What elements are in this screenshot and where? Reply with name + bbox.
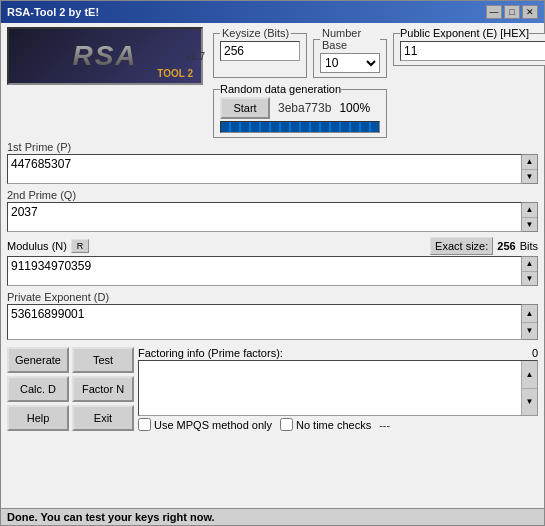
bits-value: 256 — [497, 240, 515, 252]
modulus-scroll-down[interactable]: ▼ — [522, 272, 537, 286]
mpqs-checkbox[interactable] — [138, 418, 151, 431]
private-exp-label: Private Exponent (D) — [7, 291, 538, 303]
logo-rsa-text: RSA — [72, 40, 137, 72]
prime-q-field: 2nd Prime (Q) ▲ ▼ — [7, 189, 538, 232]
modulus-textarea[interactable] — [7, 256, 522, 286]
main-content: RSA TOOL 2 v1.7 Keysize (Bits) Number Ba… — [1, 23, 544, 508]
prime-p-textarea[interactable] — [7, 154, 522, 184]
prime-p-scroll: ▲ ▼ — [522, 154, 538, 184]
modulus-field-container: ▲ ▼ — [7, 256, 538, 286]
random-gen-fieldset: Random data generation Start 3eba773b 10… — [213, 83, 387, 138]
exact-size-area: Exact size: 256 Bits — [430, 237, 538, 255]
no-time-label: No time checks — [296, 419, 371, 431]
close-button[interactable]: ✕ — [522, 5, 538, 19]
logo-tool2-text: TOOL 2 — [157, 68, 193, 79]
private-exp-label-text: Private Exponent (D) — [7, 291, 109, 303]
progress-bar-container — [220, 121, 380, 133]
action-row-1: Generate Test — [7, 347, 134, 373]
modulus-field: Modulus (N) R Exact size: 256 Bits ▲ ▼ — [7, 237, 538, 286]
factoring-scroll-down[interactable]: ▼ — [522, 389, 537, 416]
start-button[interactable]: Start — [220, 97, 270, 119]
keysize-nb-row: Keysize (Bits) Number Base 10 16 2 — [213, 27, 387, 80]
hash-value: 3eba773b — [278, 101, 331, 115]
random-gen-legend: Random data generation — [220, 83, 341, 95]
prime-p-field: 1st Prime (P) ▲ ▼ — [7, 141, 538, 184]
prime-p-scroll-down[interactable]: ▼ — [522, 170, 537, 184]
main-window: RSA-Tool 2 by tE! — □ ✕ RSA TOOL 2 v1.7 — [0, 0, 545, 526]
action-row-3: Help Exit — [7, 405, 134, 431]
public-exp-fieldset: Public Exponent (E) [HEX] — [393, 27, 545, 66]
prime-p-label-text: 1st Prime (P) — [7, 141, 71, 153]
private-exp-scroll: ▲ ▼ — [522, 304, 538, 340]
factoring-textarea[interactable] — [139, 361, 521, 413]
action-row-2: Calc. D Factor N — [7, 376, 134, 402]
options-row: Use MPQS method only No time checks --- — [138, 418, 538, 431]
no-time-checkbox-label[interactable]: No time checks — [280, 418, 371, 431]
public-exp-legend: Public Exponent (E) [HEX] — [400, 27, 529, 39]
title-bar-controls: — □ ✕ — [486, 5, 538, 19]
factoring-field-container: ▲ ▼ — [138, 360, 538, 416]
mpqs-label: Use MPQS method only — [154, 419, 272, 431]
factoring-count: 0 — [532, 347, 538, 359]
exit-button[interactable]: Exit — [72, 405, 134, 431]
prime-q-scroll-up[interactable]: ▲ — [522, 203, 537, 218]
modulus-r-button[interactable]: R — [71, 239, 89, 253]
test-button[interactable]: Test — [72, 347, 134, 373]
prime-q-label-text: 2nd Prime (Q) — [7, 189, 76, 201]
prime-p-label: 1st Prime (P) — [7, 141, 538, 153]
logo-box: RSA TOOL 2 — [7, 27, 203, 85]
factor-n-button[interactable]: Factor N — [72, 376, 134, 402]
prime-p-scroll-up[interactable]: ▲ — [522, 155, 537, 170]
number-base-fieldset: Number Base 10 16 2 — [313, 27, 387, 78]
dashes-label: --- — [379, 419, 390, 431]
public-exp-input[interactable] — [400, 41, 545, 61]
prime-q-scroll: ▲ ▼ — [522, 202, 538, 232]
factoring-scroll-up[interactable]: ▲ — [522, 361, 537, 389]
factoring-scroll: ▲ ▼ — [521, 361, 537, 415]
maximize-button[interactable]: □ — [504, 5, 520, 19]
version-label: v1.7 — [186, 51, 205, 62]
factoring-header: Factoring info (Prime factors): 0 — [138, 347, 538, 359]
modulus-scroll: ▲ ▼ — [522, 256, 538, 286]
right-top-area: Keysize (Bits) Number Base 10 16 2 R — [213, 27, 387, 138]
action-buttons: Generate Test Calc. D Factor N Help Exit — [7, 347, 134, 431]
status-message: Done. You can test your keys right now. — [7, 511, 215, 523]
factoring-area: Factoring info (Prime factors): 0 ▲ ▼ Us… — [138, 347, 538, 431]
title-bar: RSA-Tool 2 by tE! — □ ✕ — [1, 1, 544, 23]
number-base-legend: Number Base — [320, 27, 380, 51]
prime-q-scroll-down[interactable]: ▼ — [522, 218, 537, 232]
prime-q-textarea[interactable] — [7, 202, 522, 232]
factoring-label: Factoring info (Prime factors): — [138, 347, 283, 359]
keysize-input[interactable] — [220, 41, 300, 61]
bits-label: Bits — [520, 240, 538, 252]
top-row: RSA TOOL 2 v1.7 Keysize (Bits) Number Ba… — [7, 27, 538, 138]
private-exp-textarea[interactable] — [7, 304, 522, 340]
window-title: RSA-Tool 2 by tE! — [7, 6, 99, 18]
modulus-label-text: Modulus (N) — [7, 240, 67, 252]
modulus-scroll-up[interactable]: ▲ — [522, 257, 537, 272]
logo-area: RSA TOOL 2 v1.7 — [7, 27, 207, 85]
private-exp-field: Private Exponent (D) ▲ ▼ — [7, 291, 538, 340]
minimize-button[interactable]: — — [486, 5, 502, 19]
status-bar: Done. You can test your keys right now. — [1, 508, 544, 525]
progress-bar-fill — [221, 122, 379, 132]
modulus-label-row: Modulus (N) R Exact size: 256 Bits — [7, 237, 538, 255]
exact-size-button[interactable]: Exact size: — [430, 237, 493, 255]
keysize-fieldset: Keysize (Bits) — [213, 27, 307, 78]
private-exp-scroll-up[interactable]: ▲ — [522, 305, 537, 323]
keysize-legend: Keysize (Bits) — [220, 27, 291, 39]
private-exp-scroll-down[interactable]: ▼ — [522, 323, 537, 340]
no-time-checkbox[interactable] — [280, 418, 293, 431]
random-gen-inner: Start 3eba773b 100% — [220, 97, 380, 119]
prime-q-label: 2nd Prime (Q) — [7, 189, 538, 201]
private-exp-field-container: ▲ ▼ — [7, 304, 538, 340]
number-base-select[interactable]: 10 16 2 — [320, 53, 380, 73]
mpqs-checkbox-label[interactable]: Use MPQS method only — [138, 418, 272, 431]
prime-p-field-container: ▲ ▼ — [7, 154, 538, 184]
prime-q-field-container: ▲ ▼ — [7, 202, 538, 232]
generate-button[interactable]: Generate — [7, 347, 69, 373]
calc-d-button[interactable]: Calc. D — [7, 376, 69, 402]
percent-label: 100% — [339, 101, 370, 115]
help-button[interactable]: Help — [7, 405, 69, 431]
bottom-section: Generate Test Calc. D Factor N Help Exit… — [7, 347, 538, 431]
